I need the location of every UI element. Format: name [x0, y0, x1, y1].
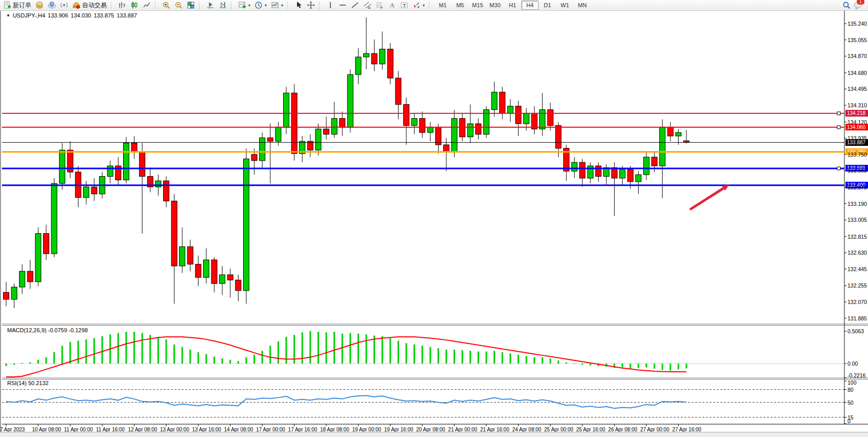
macd-histogram-bar	[638, 364, 639, 368]
candle-down	[187, 246, 193, 264]
vertical-line-button[interactable]	[324, 0, 337, 11]
chevron-down-icon: ▾	[265, 3, 267, 8]
equidistant-channel-button[interactable]: E	[361, 0, 373, 11]
cursor-button[interactable]	[292, 0, 305, 11]
indicators-icon	[238, 1, 246, 9]
zoom-out-icon	[174, 1, 183, 9]
macd-histogram-bar	[309, 331, 311, 364]
macd-histogram-bar	[654, 364, 655, 369]
candle-up	[411, 119, 417, 126]
macd-histogram-bar	[166, 339, 167, 364]
annotation-arrow-shaft	[690, 188, 723, 210]
arrows-button[interactable]: ▾	[410, 0, 427, 11]
candle-down	[44, 234, 49, 254]
new-order-button[interactable]: 新订单	[1, 0, 33, 11]
candle-down	[444, 145, 449, 152]
macd-histogram-bar	[494, 351, 495, 364]
candle-down	[404, 104, 409, 125]
macd-histogram-bar	[6, 364, 7, 366]
timeframe-button-W1[interactable]: W1	[556, 1, 574, 10]
zoom-out-button[interactable]	[172, 0, 185, 11]
timeframe-button-M5[interactable]: M5	[451, 1, 469, 10]
cursor-icon	[294, 1, 303, 9]
macd-histogram-bar	[622, 364, 623, 367]
text-label-button[interactable]: T	[398, 0, 410, 11]
candle-up	[11, 287, 17, 299]
auto-trading-icon	[72, 1, 81, 9]
indicators-button[interactable]: ▾	[236, 0, 252, 11]
candle-up	[380, 49, 385, 64]
text-button[interactable]: A	[386, 0, 398, 11]
gold-icon	[35, 1, 44, 9]
signal-button[interactable]	[58, 0, 70, 11]
chart-shift-button[interactable]	[216, 0, 229, 11]
auto-trading-button[interactable]: 自动交易	[70, 0, 109, 11]
candle-down	[251, 155, 257, 161]
candle-down	[556, 125, 561, 148]
candle-up	[260, 138, 265, 160]
new-order-label: 新订单	[13, 1, 31, 10]
notification-badge: 1	[856, 0, 865, 5]
macd-histogram-bar	[93, 338, 95, 364]
horizontal-line-button[interactable]	[337, 0, 349, 11]
macd-histogram-bar	[182, 347, 183, 364]
auto-scroll-button[interactable]	[204, 0, 216, 11]
candle-up	[451, 119, 457, 152]
candle-down	[547, 110, 553, 126]
arrows-icon	[412, 1, 421, 9]
trendline-button[interactable]	[349, 0, 361, 11]
auto-trading-label: 自动交易	[82, 1, 107, 10]
auto-scroll-icon	[206, 1, 214, 9]
channel-icon: E	[363, 1, 371, 9]
price-line-handle	[837, 167, 840, 170]
publish-button[interactable]	[46, 0, 58, 11]
macd-histogram-bar	[117, 333, 119, 364]
text-label-icon: T	[400, 1, 408, 9]
periods-button[interactable]: ▾	[252, 0, 269, 11]
candle-up	[571, 162, 577, 171]
timeframe-button-MN[interactable]: MN	[574, 1, 591, 10]
bar-chart-button[interactable]	[116, 0, 128, 11]
candle-up	[220, 275, 225, 283]
fibonacci-button[interactable]: F	[373, 0, 386, 11]
timeframe-group: M1M5M15M30H1H4D1W1MN	[434, 1, 591, 10]
toolbar-separator	[111, 2, 114, 9]
candle-down	[267, 138, 273, 141]
chart-canvas[interactable]	[1, 11, 868, 432]
line-chart-button[interactable]	[141, 0, 153, 11]
macd-histogram-bar	[318, 332, 319, 364]
macd-histogram-bar	[222, 358, 223, 364]
candle-up	[244, 159, 249, 290]
chevron-down-icon: ▾	[281, 3, 283, 8]
candle-up	[467, 124, 473, 137]
zoom-in-button[interactable]	[160, 0, 172, 11]
timeframe-button-H1[interactable]: H1	[504, 1, 521, 10]
chevron-down-icon: ▾	[248, 3, 250, 8]
timeframe-button-M15[interactable]: M15	[469, 1, 486, 10]
candlestick-button[interactable]	[128, 0, 141, 11]
tile-windows-button[interactable]	[185, 0, 197, 11]
templates-button[interactable]: ▾	[269, 0, 285, 11]
candle-up	[275, 127, 281, 141]
macd-histogram-bar	[77, 340, 79, 364]
candle-up	[644, 157, 649, 175]
fibonacci-icon: F	[376, 1, 384, 9]
timeframe-button-M1[interactable]: M1	[434, 1, 451, 10]
macd-histogram-bar	[189, 350, 191, 364]
macd-histogram-bar	[526, 356, 527, 364]
macd-histogram-bar	[366, 334, 367, 364]
macd-histogram-bar	[486, 351, 487, 364]
macd-histogram-bar	[269, 346, 271, 364]
crosshair-button[interactable]	[305, 0, 317, 11]
chat-button[interactable]: 1	[854, 1, 862, 10]
timeframe-button-M30[interactable]: M30	[486, 1, 504, 10]
toolbar-separator	[319, 2, 323, 9]
search-icon[interactable]	[842, 1, 851, 9]
macd-histogram-bar	[62, 346, 63, 364]
macd-histogram-bar	[669, 364, 671, 371]
macd-histogram-bar	[213, 356, 215, 364]
timeframe-button-D1[interactable]: D1	[539, 1, 556, 10]
candle-down	[667, 127, 673, 136]
timeframe-button-H4[interactable]: H4	[521, 1, 539, 10]
gold-button[interactable]	[33, 0, 46, 11]
